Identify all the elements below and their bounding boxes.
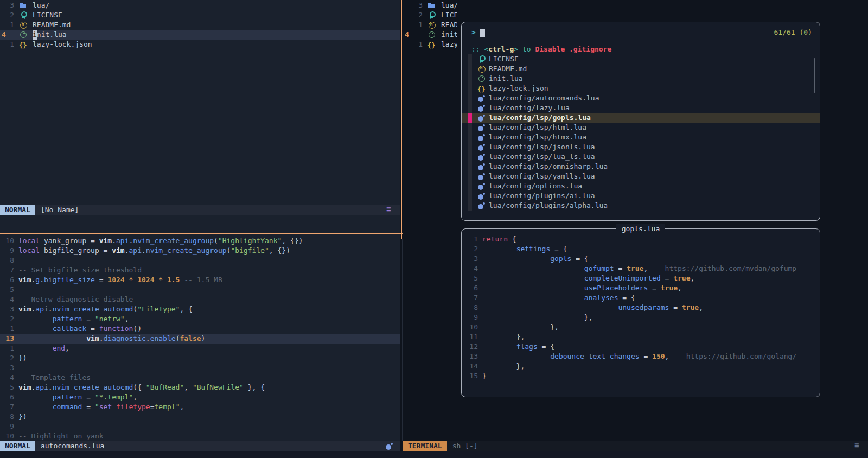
fzf-scrollbar[interactable] — [814, 58, 815, 93]
fzf-item[interactable]: lua/config/lazy.lua — [462, 103, 820, 113]
folder-icon — [427, 1, 437, 10]
line-number: 4 — [0, 373, 14, 383]
code-line[interactable]: 1 callback = function() — [0, 324, 400, 334]
line-number: 8 — [0, 412, 14, 422]
fzf-item[interactable]: lua/config/lsp/html.lua — [462, 123, 820, 132]
line-number: 2 — [0, 10, 14, 20]
mode-badge: NORMAL — [0, 205, 35, 215]
file-row[interactable]: 4 init.lua — [0, 30, 400, 40]
fzf-item[interactable]: lua/config/lsp/jsonls.lua — [462, 142, 820, 152]
file-row[interactable]: 2 LICENSE — [403, 10, 457, 20]
code-line[interactable]: 5 — [0, 285, 400, 295]
code-text: vim.api.nvim_create_autocmd({ "BufRead",… — [18, 383, 265, 392]
folder-icon — [18, 1, 28, 10]
preview-window: gopls.lua 1 return { 2 settings = { 3 go — [461, 228, 820, 397]
code-line[interactable]: 10 local yank_group = vim.api.nvim_creat… — [0, 236, 400, 246]
fzf-item[interactable]: init.lua — [462, 74, 820, 84]
line-number: 4 — [0, 30, 14, 40]
code-line[interactable]: 3 — [0, 363, 400, 373]
code-text: callback = function() — [18, 324, 142, 334]
file-name: LICENSE — [441, 10, 457, 20]
line-number: 9 — [0, 422, 14, 431]
license-icon — [477, 55, 487, 63]
readme-icon — [18, 21, 28, 29]
fzf-item[interactable]: lua/config/lsp/gopls.lua — [462, 113, 820, 123]
text-cursor — [480, 29, 485, 37]
fzf-item-label: lua/config/plugins/ai.lua — [489, 191, 595, 201]
fzf-item[interactable]: lua/config/plugins/alpha.lua — [462, 201, 820, 211]
line-number: 4 — [462, 264, 478, 273]
code-line[interactable]: 7 -- Set bigfile size threshold — [0, 265, 400, 275]
fzf-item[interactable]: lua/config/options.lua — [462, 181, 820, 191]
code-text: -- Template files — [18, 373, 91, 383]
json-icon — [477, 84, 487, 93]
file-row[interactable]: 1 READ — [403, 20, 457, 30]
json-icon — [427, 40, 437, 49]
file-name: README.md — [33, 20, 71, 30]
file-row[interactable]: 3 lua/ — [403, 1, 457, 10]
code-text: vim.g.bigfile_size = 1024 * 1024 * 1.5 -… — [18, 275, 222, 285]
lua-blue-icon — [477, 201, 487, 210]
fzf-item-label: lua/config/lsp/yamlls.lua — [489, 171, 595, 181]
code-text: } — [482, 371, 487, 381]
fzf-item[interactable]: lua/config/lsp/omnisharp.lua — [462, 162, 820, 171]
lua-blue-icon — [477, 94, 487, 103]
line-number: 7 — [462, 293, 478, 303]
cursor-block: i — [33, 30, 37, 40]
fzf-item[interactable]: LICENSE — [462, 54, 820, 64]
code-text: command = "set filetype=templ", — [18, 402, 184, 412]
prompt-icon: > — [471, 28, 476, 37]
list-icon — [853, 442, 863, 450]
preview-line: 5 completeUnimported = true, — [462, 273, 820, 283]
fzf-item[interactable]: lua/config/lsp/yamlls.lua — [462, 171, 820, 181]
code-line[interactable]: 2 }) — [0, 353, 400, 363]
code-line[interactable]: 8 }) — [0, 412, 400, 422]
file-row[interactable]: 4 init — [403, 30, 457, 40]
fzf-item[interactable]: README.md — [462, 64, 820, 74]
fzf-prompt[interactable]: > 61/61 (0) — [471, 28, 812, 37]
code-line[interactable]: 3 vim.api.nvim_create_autocmd("FileType"… — [0, 304, 400, 314]
file-row[interactable]: 2 LICENSE — [0, 10, 400, 20]
fzf-item[interactable]: lua/config/autocomands.lua — [462, 93, 820, 103]
preview-line: 14 }, — [462, 361, 820, 371]
code-line[interactable]: 1 end, — [0, 344, 400, 353]
preview-line: 12 flags = { — [462, 342, 820, 352]
readme-icon — [427, 21, 437, 29]
fzf-item[interactable]: lua/config/lsp/htmx.lua — [462, 132, 820, 142]
code-text: end, — [18, 344, 69, 353]
line-number: 3 — [0, 304, 14, 314]
tree-icon — [385, 206, 394, 214]
preview-line: 7 analyses = { — [462, 293, 820, 303]
file-row[interactable]: 1 lazy — [403, 40, 457, 49]
preview-line: 10 }, — [462, 322, 820, 332]
fzf-item[interactable]: lua/config/lsp/lua_ls.lua — [462, 152, 820, 162]
fzf-item[interactable]: lua/config/plugins/ai.lua — [462, 191, 820, 201]
line-number: 1 — [0, 40, 14, 49]
code-line[interactable]: 5 vim.api.nvim_create_autocmd({ "BufRead… — [0, 383, 400, 392]
fzf-item-label: lazy-lock.json — [489, 84, 548, 93]
line-number: 6 — [0, 275, 14, 285]
code-line[interactable]: 6 vim.g.bigfile_size = 1024 * 1024 * 1.5… — [0, 275, 400, 285]
code-line[interactable]: 10 -- Highlight on yank — [0, 431, 400, 441]
fzf-picker-window: > 61/61 (0) :: <ctrl-g> to Disable .giti… — [461, 22, 820, 221]
fzf-item-label: lua/config/lsp/html.lua — [489, 123, 586, 132]
code-line[interactable]: 9 local bigfile_group = vim.api.nvim_cre… — [0, 246, 400, 256]
file-row[interactable]: 1 lazy-lock.json — [0, 40, 400, 49]
fzf-item-label: lua/config/lsp/jsonls.lua — [489, 142, 595, 152]
code-line[interactable]: 6 pattern = "*.templ", — [0, 392, 400, 402]
code-line[interactable]: 8 — [0, 256, 400, 265]
fzf-item[interactable]: lazy-lock.json — [462, 84, 820, 93]
line-number: 10 — [462, 322, 478, 332]
preview-line: 4 gofumpt = true, -- https://github.com/… — [462, 264, 820, 273]
code-line[interactable]: 4 -- Netrw diagnostic disable — [0, 295, 400, 304]
code-line[interactable]: 9 — [0, 422, 400, 431]
code-text: -- Set bigfile size threshold — [18, 265, 142, 275]
code-text: -- Highlight on yank — [18, 431, 104, 441]
code-line[interactable]: 7 command = "set filetype=templ", — [0, 402, 400, 412]
code-line[interactable]: 4 -- Template files — [0, 373, 400, 383]
code-line[interactable]: 13 vim.diagnostic.enable(false) — [0, 334, 400, 344]
file-row[interactable]: 3 lua/ — [0, 1, 400, 10]
fzf-item-label: lua/config/lsp/htmx.lua — [489, 132, 586, 142]
file-row[interactable]: 1 README.md — [0, 20, 400, 30]
code-line[interactable]: 2 pattern = "netrw", — [0, 314, 400, 324]
